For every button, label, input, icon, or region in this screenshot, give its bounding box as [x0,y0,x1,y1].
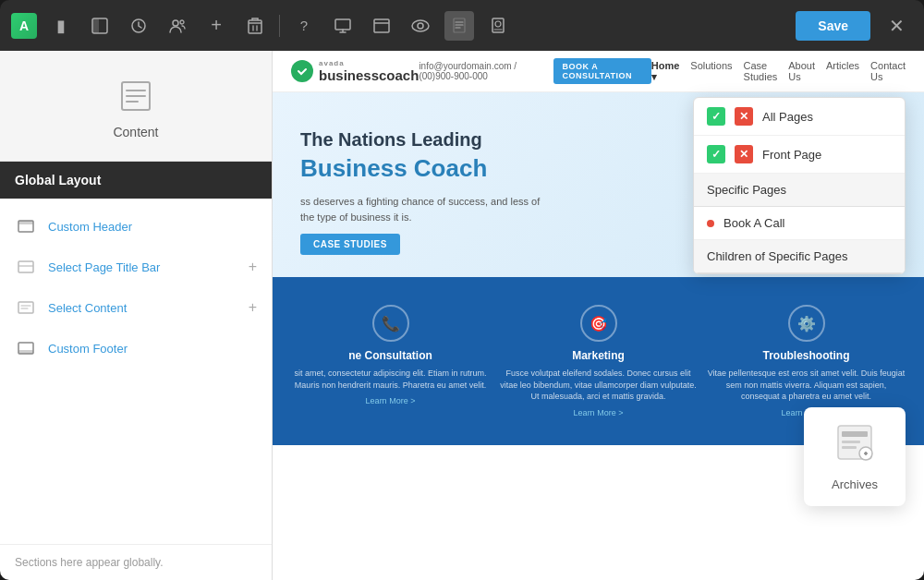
footer-icon [15,337,37,359]
custom-footer-label: Custom Footer [48,342,257,356]
page-filter-dropdown: ✓ ✕ All Pages ✓ ✕ Front Page Specific Pa… [693,97,906,274]
front-page-item[interactable]: ✓ ✕ Front Page [694,136,905,174]
troubleshooting-title: Troubleshooting [707,349,906,362]
site-header: avada businesscoach info@yourdomain.com … [273,51,924,92]
left-panel: Content Global Layout Custom Header [0,51,273,580]
site-logo: avada businesscoach [291,59,419,83]
select-content-icon [15,296,37,319]
site-nav: Home ▾ Solutions Case Studies About Us A… [651,60,906,83]
service-troubleshooting: ⚙️ Troubleshooting Vitae pellentesque es… [707,305,906,417]
svg-rect-7 [374,19,389,32]
book-consultation-btn[interactable]: BOOK A CONSULTATION [553,58,651,84]
toolbar-left: A ▮ [11,11,788,41]
nav-contact[interactable]: Contact Us [870,60,906,83]
consultation-desc: sit amet, consectetur adipiscing elit. E… [291,368,490,391]
specific-pages-section: Specific Pages [694,174,905,207]
custom-header-label: Custom Header [48,220,257,234]
preview-icon[interactable] [406,11,435,41]
consultation-title: ne Consultation [291,349,490,362]
marketing-icon: 🎯 [580,305,617,342]
svg-rect-6 [335,19,350,30]
site-contact: info@yourdomain.com / (00)900-900-000 BO… [419,58,650,84]
service-consultation: 📞 ne Consultation sit amet, consectetur … [291,305,490,417]
service-marketing: 🎯 Marketing Fusce volutpat eleifend soda… [499,305,698,417]
select-content-item[interactable]: Select Content + [0,287,272,328]
svg-point-12 [495,21,501,27]
consultation-learn-more[interactable]: Learn More > [291,396,490,405]
nav-solutions[interactable]: Solutions [690,60,732,83]
nav-articles[interactable]: Articles [826,60,859,83]
content-label: Content [113,125,158,139]
custom-footer-item[interactable]: Custom Footer [0,328,272,369]
desktop-icon[interactable] [328,11,358,41]
troubleshooting-icon: ⚙️ [788,305,825,342]
svg-point-8 [412,20,429,31]
toolbar-right: Save ✕ [796,9,913,42]
front-page-label: Front Page [762,148,892,162]
book-a-call-dot [707,220,714,227]
hero-subtitle: Business Coach [300,154,693,183]
hero-desc: ss deserves a fighting chance of success… [300,194,541,224]
select-content-label: Select Content [48,301,237,315]
main-content: Content Global Layout Custom Header [0,51,924,580]
custom-header-item[interactable]: Custom Header [0,206,272,247]
close-button[interactable]: ✕ [880,9,913,42]
svg-rect-38 [842,446,857,449]
users-icon[interactable] [163,11,192,41]
svg-rect-15 [18,221,33,224]
add-icon[interactable]: + [201,11,231,41]
save-button[interactable]: Save [796,11,870,41]
content-add-icon[interactable]: + [249,299,257,316]
toolbar: A ▮ [0,0,924,51]
layout-footer-note: Sections here appear globally. [0,544,272,580]
marketing-title: Marketing [499,349,698,362]
website-preview: avada businesscoach info@yourdomain.com … [273,51,924,580]
hero-title: The Nations Leading [300,129,693,151]
front-page-check: ✓ [707,145,725,163]
svg-rect-17 [18,302,33,313]
title-bar-icon [15,256,37,278]
svg-point-9 [418,23,423,29]
book-a-call-item[interactable]: Book A Call [694,207,905,240]
toolbar-separator [279,15,280,37]
pages-icon-2[interactable] [483,11,513,41]
children-of-specific-pages-section: Children of Specific Pages [694,240,905,273]
layout-items: Custom Header Select Page Title Bar + [0,199,272,544]
title-bar-add-icon[interactable]: + [249,259,257,275]
sidebar-toggle-icon[interactable]: ▮ [46,11,76,41]
archives-label: Archives [819,477,891,491]
consultation-icon: 📞 [372,305,409,342]
archives-card[interactable]: Archives [804,407,906,506]
troubleshooting-desc: Vitae pellentesque est eros sit amet vel… [707,368,906,403]
svg-point-3 [173,20,178,26]
nav-case-studies[interactable]: Case Studies [744,60,778,83]
all-pages-x[interactable]: ✕ [735,107,753,126]
svg-rect-5 [249,20,261,33]
site-logo-text: avada businesscoach [319,59,419,83]
select-page-title-bar-item[interactable]: Select Page Title Bar + [0,247,272,287]
archives-icon [819,422,891,470]
marketing-learn-more[interactable]: Learn More > [499,408,698,417]
all-pages-label: All Pages [762,110,892,124]
all-pages-item[interactable]: ✓ ✕ All Pages [694,98,905,136]
nav-home[interactable]: Home ▾ [651,60,680,83]
book-a-call-label: Book A Call [723,216,892,230]
svg-rect-19 [18,350,33,354]
global-layout-header: Global Layout [0,162,272,199]
aruba-logo[interactable]: A [11,13,37,39]
content-icon [113,73,159,119]
delete-icon[interactable] [240,11,270,41]
pages-icon-1[interactable] [444,11,474,41]
template-icon[interactable] [85,11,115,41]
site-logo-icon [291,60,313,82]
svg-rect-11 [492,18,504,32]
select-page-title-bar-label: Select Page Title Bar [48,260,237,274]
all-pages-check: ✓ [707,107,725,126]
help-icon[interactable]: ? [289,11,319,41]
case-studies-btn[interactable]: CASE STUDIES [300,234,400,255]
nav-about[interactable]: About Us [788,60,815,83]
front-page-x[interactable]: ✕ [735,145,753,163]
history-icon[interactable] [124,11,153,41]
svg-rect-1 [92,18,99,33]
layout-icon[interactable] [367,11,396,41]
